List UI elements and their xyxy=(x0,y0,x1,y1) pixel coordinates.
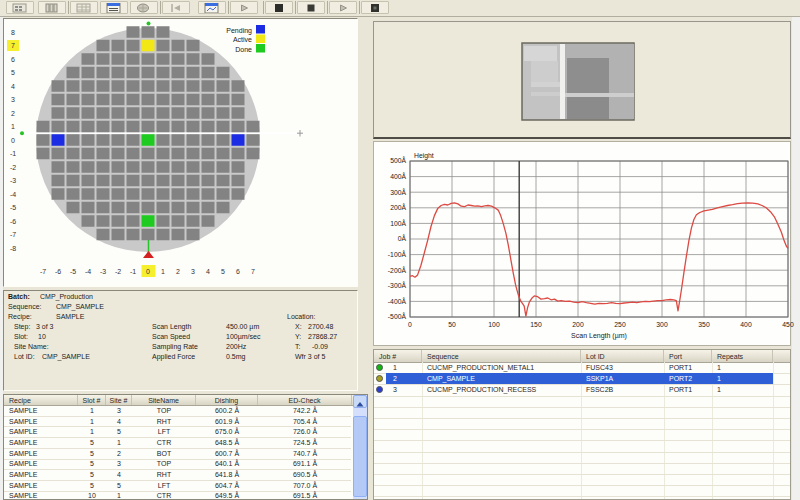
wafer-die[interactable] xyxy=(142,148,155,160)
wafer-die[interactable] xyxy=(82,121,95,133)
wafer-die-done[interactable] xyxy=(142,134,155,146)
wafer-die[interactable] xyxy=(37,121,50,133)
wafer-die[interactable] xyxy=(217,94,230,106)
wafer-die[interactable] xyxy=(97,161,110,173)
jobs-row[interactable]: 3CUCMP_PRODUCTION_RECESSFSSC2BPORT11 xyxy=(374,384,790,395)
wafer-die[interactable] xyxy=(142,161,155,173)
wafer-die[interactable] xyxy=(52,188,65,200)
wafer-die-active[interactable] xyxy=(142,40,155,52)
wafer-die[interactable] xyxy=(97,80,110,92)
wafer-die[interactable] xyxy=(217,107,230,119)
toolbar-button-run[interactable] xyxy=(230,1,258,14)
wafer-die[interactable] xyxy=(127,161,140,173)
toolbar-button-stop[interactable] xyxy=(265,1,293,14)
wafer-die[interactable] xyxy=(142,188,155,200)
wafer-die-pending[interactable] xyxy=(52,134,65,146)
wafer-die[interactable] xyxy=(187,215,200,227)
wafer-die[interactable] xyxy=(112,134,125,146)
wafer-die[interactable] xyxy=(157,107,170,119)
wafer-die[interactable] xyxy=(202,53,215,65)
wafer-die[interactable] xyxy=(157,161,170,173)
wafer-die[interactable] xyxy=(82,188,95,200)
wafer-die[interactable] xyxy=(202,188,215,200)
wafer-die[interactable] xyxy=(157,53,170,65)
toolbar-button-wafer-map[interactable] xyxy=(6,1,34,14)
wafer-die[interactable] xyxy=(127,175,140,187)
wafer-die[interactable] xyxy=(142,229,155,241)
toolbar-button-grid[interactable] xyxy=(70,1,98,14)
wafer-die[interactable] xyxy=(172,175,185,187)
results-row[interactable]: SAMPLE14RHT601.9 Å705.4 Å xyxy=(4,416,367,427)
results-row[interactable]: SAMPLE101CTR649.5 Å691.5 Å xyxy=(4,491,367,500)
toolbar-button-step[interactable] xyxy=(162,1,190,14)
wafer-die[interactable] xyxy=(232,148,245,160)
wafer-die[interactable] xyxy=(232,94,245,106)
wafer-die[interactable] xyxy=(172,229,185,241)
wafer-die[interactable] xyxy=(172,94,185,106)
wafer-die[interactable] xyxy=(127,202,140,214)
wafer-die[interactable] xyxy=(247,121,260,133)
wafer-die[interactable] xyxy=(232,188,245,200)
wafer-die[interactable] xyxy=(217,134,230,146)
wafer-die[interactable] xyxy=(202,175,215,187)
toolbar-button-columns[interactable] xyxy=(38,1,66,14)
jobs-row-empty[interactable] xyxy=(374,474,790,485)
wafer-die[interactable] xyxy=(97,67,110,79)
results-row[interactable]: SAMPLE52BOT600.7 Å740.7 Å xyxy=(4,448,367,459)
wafer-die[interactable] xyxy=(37,134,50,146)
toolbar-button-resume[interactable] xyxy=(329,1,357,14)
wafer-die[interactable] xyxy=(142,26,155,38)
wafer-die[interactable] xyxy=(67,67,80,79)
wafer-die[interactable] xyxy=(187,148,200,160)
results-row[interactable]: SAMPLE51CTR648.5 Å724.5 Å xyxy=(4,437,367,448)
wafer-die[interactable] xyxy=(97,188,110,200)
wafer-die[interactable] xyxy=(127,148,140,160)
wafer-die[interactable] xyxy=(187,134,200,146)
wafer-die[interactable] xyxy=(187,107,200,119)
wafer-die[interactable] xyxy=(52,175,65,187)
jobs-col-header[interactable]: Repeats xyxy=(712,350,773,362)
wafer-die[interactable] xyxy=(187,188,200,200)
wafer-die-done[interactable] xyxy=(142,215,155,227)
wafer-die[interactable] xyxy=(247,134,260,146)
wafer-die[interactable] xyxy=(187,175,200,187)
results-row[interactable]: SAMPLE53TOP640.1 Å691.1 Å xyxy=(4,459,367,470)
wafer-die[interactable] xyxy=(127,107,140,119)
wafer-die[interactable] xyxy=(202,67,215,79)
wafer-die[interactable] xyxy=(67,80,80,92)
wafer-die[interactable] xyxy=(232,175,245,187)
wafer-die[interactable] xyxy=(157,188,170,200)
jobs-col-header[interactable]: Sequence xyxy=(422,350,581,362)
results-col-header[interactable]: Site # xyxy=(106,395,132,405)
wafer-die[interactable] xyxy=(67,161,80,173)
wafer-die[interactable] xyxy=(97,202,110,214)
wafer-die[interactable] xyxy=(187,161,200,173)
wafer-die[interactable] xyxy=(217,80,230,92)
wafer-die[interactable] xyxy=(157,134,170,146)
jobs-row-empty[interactable] xyxy=(374,418,790,429)
wafer-die[interactable] xyxy=(112,40,125,52)
results-row[interactable]: SAMPLE13TOP600.2 Å742.2 Å xyxy=(4,405,367,416)
wafer-die[interactable] xyxy=(67,202,80,214)
wafer-die[interactable] xyxy=(157,67,170,79)
wafer-die[interactable] xyxy=(97,215,110,227)
results-row[interactable]: SAMPLE54RHT641.8 Å690.5 Å xyxy=(4,469,367,480)
wafer-die[interactable] xyxy=(157,148,170,160)
wafer-die[interactable] xyxy=(142,202,155,214)
wafer-die[interactable] xyxy=(127,215,140,227)
wafer-die[interactable] xyxy=(202,80,215,92)
results-col-header[interactable]: Dishing xyxy=(196,395,258,405)
wafer-die[interactable] xyxy=(82,175,95,187)
wafer-die[interactable] xyxy=(172,40,185,52)
wafer-die[interactable] xyxy=(142,67,155,79)
wafer-die[interactable] xyxy=(127,188,140,200)
toolbar-button-wafer-stage[interactable] xyxy=(130,1,158,14)
wafer-die[interactable] xyxy=(67,175,80,187)
wafer-die[interactable] xyxy=(202,202,215,214)
wafer-die[interactable] xyxy=(112,80,125,92)
wafer-die[interactable] xyxy=(52,121,65,133)
toolbar-button-chart-window[interactable] xyxy=(198,1,226,14)
results-row[interactable]: SAMPLE15LFT675.0 Å726.0 Å xyxy=(4,426,367,437)
wafer-die[interactable] xyxy=(142,121,155,133)
wafer-die[interactable] xyxy=(202,107,215,119)
